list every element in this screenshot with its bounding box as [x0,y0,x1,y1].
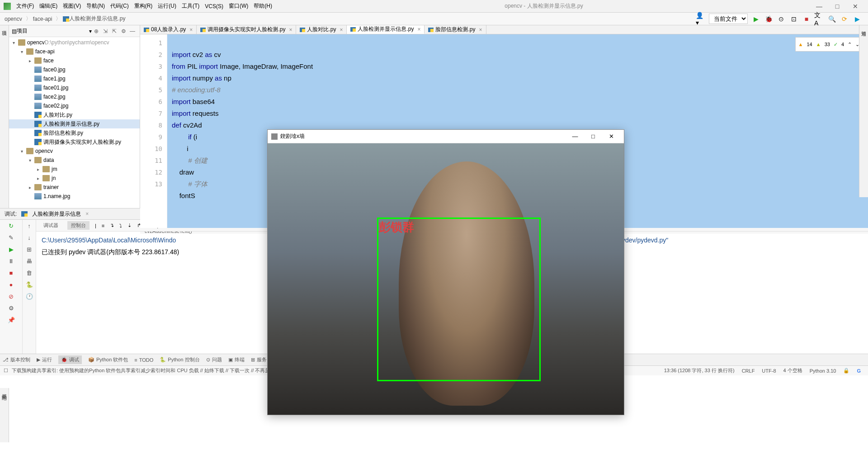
debug-icon[interactable]: 🐞 [764,14,774,24]
inspection-widget[interactable]: ▲14 ▲33 ✓4 ⌃⌄ [795,37,863,52]
status-lineend[interactable]: CRLF [742,368,755,374]
editor-tab[interactable]: 调用摄像头实现实时人脸检测.py× [197,25,296,34]
console-tab[interactable]: 控制台 [67,221,90,230]
down-stack-icon[interactable]: ↓ [25,233,33,241]
up-icon[interactable]: ⌃ [848,38,852,50]
mute-breakpoints-icon[interactable]: ⊘ [7,292,15,300]
tree-item------py[interactable]: 人脸对比.py [9,110,140,119]
tree-item-----------py[interactable]: 人脸检测并显示信息.py [9,119,140,128]
pause-icon[interactable]: ⏸ [7,257,15,265]
breadcrumb-2[interactable]: face-api [33,16,52,22]
menu-nav[interactable]: 导航(N) [86,2,105,10]
notification-icon[interactable]: ☐ [4,368,8,374]
force-step-icon[interactable]: ⇣ [127,223,132,228]
tw-packages[interactable]: 📦 Python 软件包 [88,356,128,363]
menu-help[interactable]: 帮助(H) [254,2,272,10]
menu-code[interactable]: 代码(C) [110,2,129,10]
maximize-button[interactable]: □ [828,3,846,10]
view-breakpoints-icon[interactable]: ● [7,280,15,289]
expand-icon[interactable]: ⇲ [101,28,110,34]
tw-problems[interactable]: ⊙ 问题 [206,356,222,363]
translate-icon[interactable]: 文A [814,14,824,24]
user-icon[interactable]: 👤▾ [696,14,706,24]
sidebar-tab-project[interactable]: 项目 [0,25,9,208]
status-position[interactable]: 13:36 (1208 字符, 33 行 换行符) [664,367,735,374]
close-tab-icon[interactable]: × [85,211,89,217]
profile-icon[interactable]: ⊡ [789,14,799,24]
step-into-icon[interactable]: ↴ [110,223,114,228]
step-into-my-icon[interactable]: ⤵ [119,223,122,228]
menu-run[interactable]: 运行(U) [158,2,176,10]
settings-debug-icon[interactable]: ⚙ [7,304,15,312]
tree-item-face02-jpg[interactable]: face02.jpg [9,101,140,110]
tw-todo[interactable]: ≡ TODO [134,357,153,363]
tree-item-face-api[interactable]: ▾face-api [9,47,140,56]
tree-item-data[interactable]: ▾data [9,156,140,165]
tree-item-face0-jpg[interactable]: face0.jpg [9,65,140,74]
clock-icon[interactable]: 🕐 [25,292,33,300]
tree-item-face[interactable]: ▸face [9,56,140,65]
breadcrumb-1[interactable]: opencv [5,16,22,22]
tree-item-opencv[interactable]: ▾opencv [9,147,140,156]
close-tab-icon[interactable]: × [417,26,420,33]
collapse-icon[interactable]: ⇱ [110,28,119,34]
tree-item---------------py[interactable]: 调用摄像头实现实时人脸检测.py [9,137,140,147]
run-icon[interactable]: ▶ [751,14,761,24]
breadcrumb-3[interactable]: 人脸检测并显示信息.py [69,15,125,23]
tree-item--------py[interactable]: 脸部信息检测.py [9,128,140,137]
close-tab-icon[interactable]: × [479,27,482,33]
settings-icon[interactable]: ⚙ [119,28,128,34]
close-tab-icon[interactable]: × [289,27,292,33]
filter-icon[interactable]: ⊞ [25,245,33,253]
stop-icon[interactable]: ■ [802,14,811,24]
menu-file[interactable]: 文件(F) [16,2,34,10]
menu-edit[interactable]: 编辑(E) [39,2,57,10]
sync-icon[interactable]: ⟳ [840,14,849,24]
project-tree[interactable]: ▾opencv D:\python\pycharm\opencv▾face-ap… [9,37,140,208]
search-icon[interactable]: 🔍 [827,14,837,24]
run-config-select[interactable]: 当前文件 [709,14,748,24]
coverage-icon[interactable]: ⊙ [776,14,786,24]
python-console-icon[interactable]: 🐍 [25,280,33,289]
tree-item-face01-jpg[interactable]: face01.jpg [9,83,140,92]
modify-icon[interactable]: ✎ [7,233,15,241]
menu-vcs[interactable]: VCS(S) [205,3,223,9]
status-interpreter[interactable]: Python 3.10 [810,368,836,374]
sidebar-tab-bottom[interactable]: 书签 结构 [0,388,9,442]
close-button[interactable]: ✕ [846,3,864,10]
lock-icon[interactable]: 🔒 [843,368,849,374]
pin-icon[interactable]: 📌 [7,316,15,324]
ime-icon[interactable]: G [857,368,861,374]
tree-item-jn[interactable]: ▸jn [9,174,140,183]
tw-pyconsole[interactable]: 🐍 Python 控制台 [160,356,199,363]
stop-debug-icon[interactable]: ■ [7,269,15,277]
target-icon[interactable]: ⊕ [92,28,101,34]
editor-tab[interactable]: 人脸对比.py× [296,25,347,34]
print-icon[interactable]: 🖶 [25,257,33,265]
tree-item-face2-jpg[interactable]: face2.jpg [9,92,140,101]
cv-maximize-button[interactable]: □ [584,133,602,140]
codewithme-icon[interactable]: ▶ [852,14,862,24]
cv-minimize-button[interactable]: — [566,133,584,140]
menu-view[interactable]: 视图(V) [63,2,81,10]
status-indent[interactable]: 4 个空格 [783,367,802,374]
tw-vcs[interactable]: ⎇ 版本控制 [3,356,30,363]
tree-item-1-name-jpg[interactable]: 1.name.jpg [9,192,140,201]
resume-icon[interactable]: ▶ [7,245,15,253]
debugger-tab[interactable]: 调试器 [40,221,62,230]
step-over-icon[interactable]: ≡ [102,223,104,228]
tw-services[interactable]: ⊞ 服务 [251,356,267,363]
status-encoding[interactable]: UTF-8 [762,368,776,374]
editor-tab[interactable]: 脸部信息检测.py× [425,25,486,34]
tree-item-trainer[interactable]: ▸trainer [9,183,140,192]
tree-item-opencv[interactable]: ▾opencv D:\python\pycharm\opencv [9,38,140,47]
editor-tab[interactable]: 人脸检测并显示信息.py× [347,25,425,34]
cv-close-button[interactable]: ✕ [602,133,620,140]
hide-icon[interactable]: — [128,28,137,34]
rerun-icon[interactable]: ↻ [7,222,15,230]
menu-window[interactable]: 窗口(W) [229,2,248,10]
tw-debug[interactable]: 🐞 调试 [58,355,82,364]
editor-tab[interactable]: 08人脸录入.py× [140,25,197,34]
close-tab-icon[interactable]: × [189,27,193,33]
up-stack-icon[interactable]: ↑ [25,222,33,230]
